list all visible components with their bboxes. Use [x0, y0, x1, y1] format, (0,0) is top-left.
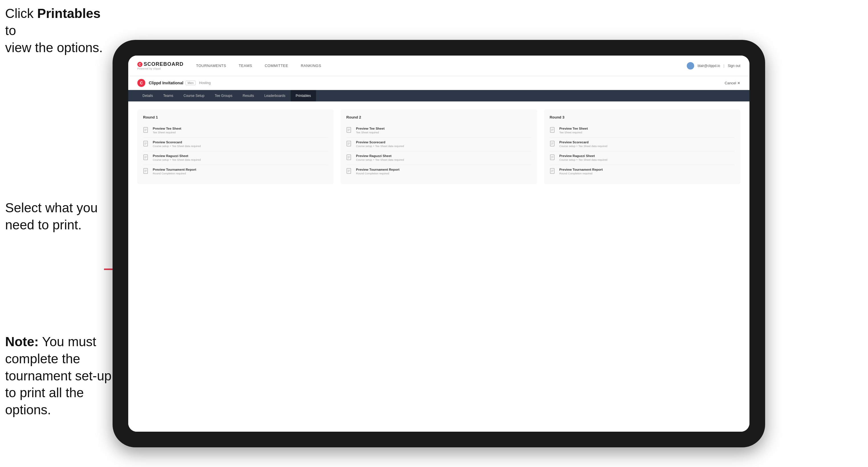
nav-item-teams[interactable]: TEAMS: [238, 64, 253, 68]
round-3-raguzzi-name: Preview Raguzzi Sheet: [559, 154, 608, 158]
doc-icon-r3-teesheet: [550, 127, 556, 134]
tournament-status: Hosting: [199, 81, 211, 85]
round-1-tournament-report[interactable]: Preview Tournament Report Round Completi…: [143, 165, 328, 178]
round-3-scorecard-name: Preview Scorecard: [559, 141, 608, 144]
round-1-teesheet-req: Tee Sheet required: [153, 131, 181, 134]
round-2-scorecard-name: Preview Scorecard: [356, 141, 404, 144]
nav-item-tournaments[interactable]: TOURNAMENTS: [195, 64, 227, 68]
round-3-scorecard-text: Preview Scorecard Course setup + Tee She…: [559, 141, 608, 148]
round-2-scorecard-req: Course setup + Tee Sheet data required: [356, 145, 404, 148]
sub-tabs: Details Teams Course Setup Tee Groups Re…: [128, 90, 749, 101]
main-content: Round 1 Preview Tee Sheet Tee Sheet requ…: [128, 101, 749, 432]
tab-tee-groups[interactable]: Tee Groups: [210, 90, 237, 101]
round-1-scorecard-name: Preview Scorecard: [153, 141, 201, 144]
doc-icon-r1-raguzzi: [143, 154, 149, 162]
tab-printables[interactable]: Printables: [291, 90, 316, 101]
doc-icon-r2-report: [346, 168, 352, 176]
round-3-tee-sheet[interactable]: Preview Tee Sheet Tee Sheet required: [550, 124, 735, 137]
rounds-grid: Round 1 Preview Tee Sheet Tee Sheet requ…: [137, 110, 740, 184]
user-avatar: [687, 62, 694, 69]
round-1-scorecard[interactable]: Preview Scorecard Course setup + Tee She…: [143, 137, 328, 151]
round-1-raguzzi-name: Preview Raguzzi Sheet: [153, 154, 201, 158]
app-container: C SCOREBOARD Powered by clippd TOURNAMEN…: [128, 56, 749, 432]
tab-leaderboards[interactable]: Leaderboards: [259, 90, 290, 101]
round-1-title: Round 1: [143, 115, 328, 119]
annotation-bottom: Note: You must complete the tournament s…: [5, 333, 114, 418]
tournament-name: Clippd Invitational: [149, 81, 183, 85]
round-1-teesheet-text: Preview Tee Sheet Tee Sheet required: [153, 127, 181, 134]
round-3-teesheet-name: Preview Tee Sheet: [559, 127, 588, 130]
sign-out-link[interactable]: Sign out: [728, 64, 740, 68]
annotation-note-label: Note:: [5, 334, 39, 349]
round-3-scorecard[interactable]: Preview Scorecard Course setup + Tee She…: [550, 137, 735, 151]
round-3-report-text: Preview Tournament Report Round Completi…: [559, 168, 603, 175]
doc-icon-r2-raguzzi: [346, 154, 352, 162]
round-2-raguzzi-req: Course setup + Tee Sheet data required: [356, 158, 404, 161]
round-3-teesheet-req: Tee Sheet required: [559, 131, 588, 134]
round-1-raguzzi[interactable]: Preview Raguzzi Sheet Course setup + Tee…: [143, 151, 328, 165]
round-3-tournament-report[interactable]: Preview Tournament Report Round Completi…: [550, 165, 735, 178]
doc-icon-r1-report: [143, 168, 149, 176]
logo-title: SCOREBOARD: [144, 61, 184, 67]
round-3-report-name: Preview Tournament Report: [559, 168, 603, 171]
logo-subtitle: Powered by clippd: [137, 67, 184, 70]
round-3-scorecard-req: Course setup + Tee Sheet data required: [559, 145, 608, 148]
round-3-report-req: Round Completion required: [559, 172, 603, 175]
round-1-raguzzi-req: Course setup + Tee Sheet data required: [153, 158, 201, 161]
round-2-scorecard-text: Preview Scorecard Course setup + Tee She…: [356, 141, 404, 148]
round-1-tee-sheet[interactable]: Preview Tee Sheet Tee Sheet required: [143, 124, 328, 137]
round-1-scorecard-req: Course setup + Tee Sheet data required: [153, 145, 201, 148]
round-2-tee-sheet[interactable]: Preview Tee Sheet Tee Sheet required: [346, 124, 531, 137]
round-2-title: Round 2: [346, 115, 531, 119]
round-1-report-text: Preview Tournament Report Round Completi…: [153, 168, 196, 175]
tournament-bar: C Clippd Invitational Men Hosting Cancel…: [128, 76, 749, 90]
tournament-badge: Men: [186, 81, 195, 85]
doc-icon-r1-scorecard: [143, 141, 149, 148]
user-email: blair@clippd.io: [698, 64, 720, 68]
tab-results[interactable]: Results: [237, 90, 259, 101]
round-1-teesheet-name: Preview Tee Sheet: [153, 127, 181, 130]
doc-icon-r3-scorecard: [550, 141, 556, 148]
round-2-scorecard[interactable]: Preview Scorecard Course setup + Tee She…: [346, 137, 531, 151]
round-1-section: Round 1 Preview Tee Sheet Tee Sheet requ…: [137, 110, 334, 184]
nav-item-rankings[interactable]: RANKINGS: [300, 64, 322, 68]
logo-c-icon: C: [137, 62, 143, 67]
top-nav: C SCOREBOARD Powered by clippd TOURNAMEN…: [128, 56, 749, 76]
round-3-title: Round 3: [550, 115, 735, 119]
nav-right: blair@clippd.io | Sign out: [687, 62, 740, 69]
annotation-bold-printables: Printables: [37, 6, 100, 21]
round-2-teesheet-text: Preview Tee Sheet Tee Sheet required: [356, 127, 384, 134]
annotation-middle: Select what you need to print.: [5, 199, 108, 234]
round-3-raguzzi-text: Preview Raguzzi Sheet Course setup + Tee…: [559, 154, 608, 161]
round-1-report-req: Round Completion required: [153, 172, 196, 175]
cancel-button[interactable]: Cancel ✕: [725, 81, 740, 85]
tab-details[interactable]: Details: [137, 90, 158, 101]
round-2-teesheet-req: Tee Sheet required: [356, 131, 384, 134]
round-2-raguzzi[interactable]: Preview Raguzzi Sheet Course setup + Tee…: [346, 151, 531, 165]
tablet-screen: C SCOREBOARD Powered by clippd TOURNAMEN…: [128, 56, 749, 432]
main-nav: TOURNAMENTS TEAMS COMMITTEE RANKINGS: [195, 64, 687, 68]
tab-teams[interactable]: Teams: [158, 90, 178, 101]
round-2-section: Round 2 Preview Tee Sheet Tee Sheet requ…: [341, 110, 537, 184]
round-1-raguzzi-text: Preview Raguzzi Sheet Course setup + Tee…: [153, 154, 201, 161]
logo-area: C SCOREBOARD Powered by clippd: [137, 61, 184, 70]
doc-icon-r1-teesheet: [143, 127, 149, 134]
doc-icon-r2-scorecard: [346, 141, 352, 148]
doc-icon-r2-teesheet: [346, 127, 352, 134]
round-2-report-text: Preview Tournament Report Round Completi…: [356, 168, 400, 175]
round-1-report-name: Preview Tournament Report: [153, 168, 196, 171]
tournament-logo-icon: C: [137, 79, 145, 87]
nav-item-committee[interactable]: COMMITTEE: [264, 64, 289, 68]
round-2-raguzzi-name: Preview Raguzzi Sheet: [356, 154, 404, 158]
round-3-raguzzi-req: Course setup + Tee Sheet data required: [559, 158, 608, 161]
round-2-tournament-report[interactable]: Preview Tournament Report Round Completi…: [346, 165, 531, 178]
round-2-report-name: Preview Tournament Report: [356, 168, 400, 171]
tab-course-setup[interactable]: Course Setup: [178, 90, 210, 101]
round-3-teesheet-text: Preview Tee Sheet Tee Sheet required: [559, 127, 588, 134]
round-2-teesheet-name: Preview Tee Sheet: [356, 127, 384, 130]
doc-icon-r3-raguzzi: [550, 154, 556, 162]
round-3-raguzzi[interactable]: Preview Raguzzi Sheet Course setup + Tee…: [550, 151, 735, 165]
round-2-raguzzi-text: Preview Raguzzi Sheet Course setup + Tee…: [356, 154, 404, 161]
tablet-frame: C SCOREBOARD Powered by clippd TOURNAMEN…: [113, 40, 765, 447]
round-1-scorecard-text: Preview Scorecard Course setup + Tee She…: [153, 141, 201, 148]
